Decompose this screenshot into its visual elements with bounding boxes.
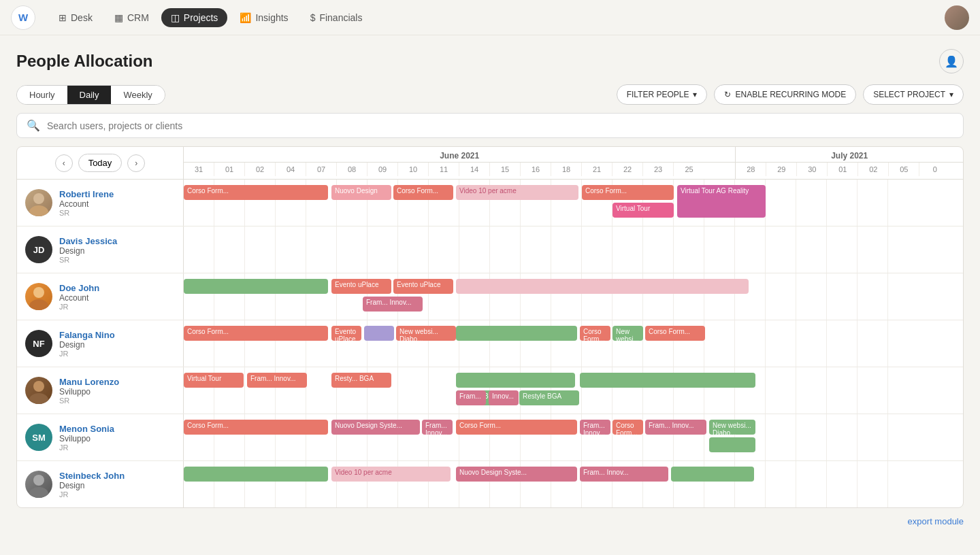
timeline-davis <box>184 226 963 273</box>
view-daily[interactable]: Daily <box>67 86 112 104</box>
recurring-icon: ↻ <box>724 90 731 99</box>
app-logo[interactable]: W <box>11 5 35 30</box>
event-bar[interactable] <box>709 437 755 452</box>
person-info: Falanga Nino Design JR <box>59 330 115 358</box>
select-project-button[interactable]: SELECT PROJECT ▾ <box>863 84 964 105</box>
event-bar[interactable]: Corso Form... <box>184 326 328 341</box>
day-02: 02 <box>245 163 276 176</box>
event-bar[interactable]: Evento uPlace <box>331 326 361 341</box>
event-bar[interactable]: Fram... Innov... <box>363 297 423 312</box>
avatar <box>25 189 52 216</box>
day-15: 15 <box>490 163 521 176</box>
event-bar[interactable]: New websi... Diabo... <box>396 326 456 341</box>
event-bar[interactable]: Fram... Innov... <box>422 420 453 435</box>
table-row: NF Falanga Nino Design JR Corso Form... <box>17 320 963 367</box>
person-info: Roberti Irene Account SR <box>59 189 114 217</box>
table-row: Roberti Irene Account SR Corso Form... <box>17 180 963 226</box>
event-bar[interactable]: Innov... <box>489 390 519 405</box>
event-bar[interactable] <box>184 467 328 482</box>
view-toggle: Hourly Daily Weekly <box>16 85 165 105</box>
nav-crm[interactable]: ▦ CRM <box>105 8 159 27</box>
prev-arrow[interactable]: ‹ <box>55 154 73 172</box>
person-role: JR <box>59 443 114 452</box>
svg-point-2 <box>33 287 44 298</box>
user-avatar[interactable] <box>945 5 969 30</box>
event-bar[interactable] <box>184 279 328 294</box>
controls-bar: Hourly Daily Weekly FILTER PEOPLE ▾ ↻ EN… <box>0 82 980 113</box>
enable-recurring-button[interactable]: ↻ ENABLE RECURRING MODE <box>714 84 856 105</box>
day-j0: 0 <box>919 163 950 176</box>
event-bar[interactable]: Fram... Innov... <box>580 467 668 482</box>
event-bar[interactable]: Evento uPlace <box>331 279 391 294</box>
today-button[interactable]: Today <box>78 154 122 172</box>
event-bar[interactable] <box>456 373 575 388</box>
event-bar[interactable]: Fram... Innov... <box>580 420 610 435</box>
event-bar[interactable]: Evento uPlace <box>393 279 453 294</box>
event-bar[interactable]: Fram... Innov... <box>247 373 307 388</box>
person-info: Manu Lorenzo Sviluppo SR <box>59 377 119 405</box>
event-bar[interactable] <box>456 279 749 294</box>
person-dept: Design <box>59 481 125 490</box>
header-user-icon[interactable]: 👤 <box>939 49 964 73</box>
event-bar[interactable]: Virtual Tour <box>612 203 674 218</box>
event-bar[interactable]: Corso Form... <box>184 420 328 435</box>
day-04: 04 <box>276 163 306 176</box>
svg-point-0 <box>33 193 44 204</box>
view-weekly[interactable]: Weekly <box>111 86 164 104</box>
june-section: June 2021 31 01 02 04 07 08 09 10 11 14 … <box>184 147 736 179</box>
svg-point-7 <box>29 487 48 498</box>
event-bar[interactable]: Fram... <box>456 390 486 405</box>
event-bar[interactable]: Fram... Innov... <box>645 420 706 435</box>
event-bar[interactable]: New websi... Diabo... <box>612 326 643 341</box>
event-bar[interactable]: Nuovo Design Syste... <box>331 420 420 435</box>
event-bar[interactable]: Restyle BGA <box>519 390 579 405</box>
event-bar[interactable]: Corso Form... <box>582 185 674 200</box>
table-row: Doe John Account JR Evento uPlace Evento… <box>17 273 963 320</box>
person-dept: Design <box>59 246 117 256</box>
person-menon: SM Menon Sonia Sviluppo JR <box>17 414 184 460</box>
event-bar[interactable]: Nuovo Design <box>331 185 391 200</box>
timeline-menon: Corso Form... Nuovo Design Syste... Fram… <box>184 414 963 460</box>
nav-desk[interactable]: ⊞ Desk <box>49 8 102 27</box>
event-bar[interactable]: Corso Form... <box>612 420 643 435</box>
day-j01: 01 <box>828 163 858 176</box>
day-j05: 05 <box>889 163 919 176</box>
day-30: 30 <box>797 163 828 176</box>
filter-people-button[interactable]: FILTER PEOPLE ▾ <box>617 84 708 105</box>
person-info: Doe John Account JR <box>59 283 99 311</box>
view-hourly[interactable]: Hourly <box>17 86 67 104</box>
event-bar[interactable]: Corso Form... <box>580 326 610 341</box>
event-bar[interactable]: Corso Form... <box>645 326 705 341</box>
nav-insights[interactable]: 📶 Insights <box>230 8 297 27</box>
day-21: 21 <box>582 163 612 176</box>
nav-projects[interactable]: ◫ Projects <box>161 8 228 27</box>
event-bar[interactable]: Corso Form... <box>456 420 577 435</box>
event-bar[interactable]: Nuovo Design Syste... <box>456 467 577 482</box>
event-bar[interactable] <box>364 326 394 341</box>
event-bar[interactable] <box>671 467 754 482</box>
financials-icon: $ <box>310 12 316 23</box>
next-arrow[interactable]: › <box>127 154 145 172</box>
top-navigation: W ⊞ Desk ▦ CRM ◫ Projects 📶 Insights $ F… <box>0 0 980 35</box>
export-module-link[interactable]: export module <box>908 516 964 526</box>
event-bar[interactable]: Resty... BGA <box>331 373 391 388</box>
person-dept: Design <box>59 340 115 350</box>
event-bar[interactable]: Video 10 per acme <box>331 467 451 482</box>
search-input[interactable] <box>47 120 953 131</box>
event-bar[interactable]: Virtual Tour <box>184 373 244 388</box>
person-dept: Account <box>59 293 99 303</box>
event-bar[interactable] <box>580 373 755 388</box>
timeline-manu: Virtual Tour Fram... Innov... Resty... B… <box>184 367 963 414</box>
event-bar[interactable]: Corso Form... <box>184 185 328 200</box>
event-bar[interactable]: Virtual Tour AG Reality <box>677 185 766 218</box>
event-bar[interactable]: Video 10 per acme <box>456 185 578 200</box>
projects-icon: ◫ <box>171 12 180 23</box>
crm-icon: ▦ <box>114 12 123 23</box>
calendar-container: ‹ Today › June 2021 31 01 02 04 07 08 09… <box>16 146 964 508</box>
timeline-doe: Evento uPlace Evento uPlace Fram... Inno… <box>184 273 963 320</box>
event-bar[interactable] <box>456 326 577 341</box>
nav-financials[interactable]: $ Financials <box>301 8 372 27</box>
nav-items: ⊞ Desk ▦ CRM ◫ Projects 📶 Insights $ Fin… <box>49 8 939 27</box>
event-bar[interactable]: New websi... Diabo... <box>709 420 755 435</box>
event-bar[interactable]: Corso Form... <box>393 185 453 200</box>
